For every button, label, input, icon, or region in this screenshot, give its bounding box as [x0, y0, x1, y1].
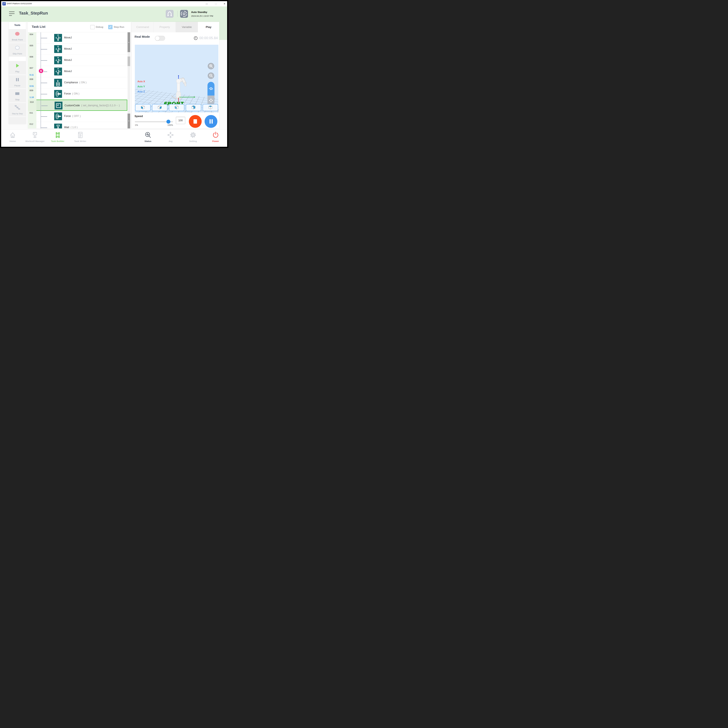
zoom-in-icon — [209, 64, 213, 68]
maximize-button[interactable]: ▢ — [214, 2, 218, 6]
task-row-selected[interactable]: 010 CustomCode( set_damping_factor([1.0,… — [28, 99, 127, 111]
row-number: 008 — [29, 78, 33, 80]
robot-gripper-button[interactable] — [166, 10, 174, 18]
nav-home-label: Home — [9, 140, 17, 142]
nav-setting[interactable]: Setting — [189, 132, 197, 142]
header-band-extension — [219, 22, 227, 40]
skip-point-button[interactable]: Skip Point — [9, 43, 26, 57]
task-row[interactable]: 011 Force( OFF ) — [28, 111, 127, 122]
nav-jog[interactable]: Jog — [167, 132, 174, 142]
servo-state-button[interactable] — [180, 10, 188, 18]
scroll-thumb[interactable] — [127, 57, 130, 66]
app-window: D DART-Platform GV02110200 — ▢ ✕ Task_St… — [1, 1, 227, 147]
row-number: 006 — [29, 55, 33, 58]
timer: 00:00:05.84 — [194, 36, 218, 40]
axis-x-label: Axis X — [138, 80, 145, 83]
tab-play[interactable]: Play — [198, 22, 219, 32]
cube-front-icon — [140, 105, 145, 110]
hamburger-menu-icon[interactable] — [9, 11, 15, 17]
nav-status[interactable]: Status — [144, 132, 152, 142]
view-control-pill — [208, 82, 214, 106]
cube-right-icon — [157, 105, 162, 110]
view-back-button[interactable] — [186, 104, 201, 111]
3d-viewer[interactable]: Axis X Axis Y Axis Z FRONT — [135, 45, 219, 112]
pause-label: Pause — [9, 84, 26, 87]
rotate-view-button[interactable] — [208, 82, 214, 95]
scroll-down-button[interactable]: ▼ — [127, 113, 130, 128]
task-row[interactable]: 006 J MoveJ — [28, 55, 127, 66]
nav-power[interactable]: Power — [212, 132, 219, 142]
power-icon — [212, 132, 219, 138]
nav-home[interactable]: Home — [9, 132, 17, 142]
cube-left-icon — [174, 105, 179, 110]
row-time: 0.11 — [29, 73, 34, 76]
row-time: 0.51 — [29, 85, 34, 87]
zoom-out-button[interactable] — [208, 72, 214, 79]
page-title: Task_StepRun — [19, 11, 48, 15]
view-front-button[interactable] — [135, 104, 151, 111]
datetime-label: 2024.04.25 1:10:07 PM — [191, 15, 213, 17]
pan-view-button[interactable] — [208, 95, 214, 106]
command-name: Force( ON ) — [64, 92, 80, 95]
pause-tool-button[interactable]: Pause — [9, 75, 26, 89]
bottom-navigation: Home Workcell Manager Task Builder Task … — [1, 130, 227, 147]
nav-workcell-manager[interactable]: Workcell Manager — [25, 132, 44, 142]
task-scrollbar[interactable]: ▲ ▼ — [127, 32, 130, 128]
debug-checkbox[interactable] — [90, 25, 95, 29]
task-row[interactable]: 009 1.10 Force( ON ) — [28, 89, 127, 99]
dart-logo-icon: D — [3, 2, 6, 5]
speed-value-input[interactable] — [176, 117, 185, 124]
tab-property[interactable]: Property — [154, 22, 176, 32]
force-icon — [54, 112, 62, 120]
view-right-button[interactable] — [152, 104, 167, 111]
setting-icon — [189, 132, 197, 138]
nav-task-writer[interactable]: Task Writer — [74, 132, 86, 142]
jog-icon — [167, 132, 174, 138]
axis-z-label: Axis Z — [138, 90, 145, 93]
speed-slider-knob[interactable] — [167, 120, 170, 124]
tab-variable[interactable]: Variable — [176, 22, 198, 32]
tools-filler — [9, 117, 26, 124]
step-by-step-icon — [14, 105, 21, 110]
stop-tool-button[interactable]: Stop — [9, 89, 26, 102]
pause-icon — [14, 77, 21, 83]
step-run-checkbox[interactable]: ✓ — [108, 25, 113, 29]
tab-command[interactable]: Command — [132, 22, 154, 32]
real-mode-toggle[interactable] — [155, 36, 165, 41]
cube-top-icon — [208, 105, 213, 110]
timer-value: 00:00:05.84 — [199, 36, 218, 40]
pan-3d-icon — [209, 98, 213, 103]
close-button[interactable]: ✕ — [222, 2, 227, 6]
pause-run-button[interactable] — [205, 115, 217, 128]
movej-icon: J — [54, 34, 62, 42]
play-tool-button[interactable]: Play — [9, 61, 26, 75]
compliance-icon — [54, 79, 62, 87]
speed-label: Speed — [135, 115, 143, 118]
task-list-header: Task List Debug ✓ Step Run — [28, 22, 131, 32]
movej-icon: J — [54, 67, 62, 75]
task-writer-icon — [76, 132, 84, 138]
tools-panel: Tools Break Point Skip Point Play Pause — [9, 22, 26, 124]
task-row[interactable]: 004 J MoveJ — [28, 32, 127, 44]
row-number: 007 — [29, 67, 33, 69]
movej-icon: J — [54, 45, 62, 53]
breakpoint-label: Break Point — [9, 38, 26, 41]
scroll-up-button[interactable]: ▲ — [127, 32, 130, 52]
breakpoint-button[interactable]: Break Point — [9, 29, 26, 43]
nav-task-builder[interactable]: Task Builder — [51, 132, 64, 142]
pause-circle-icon — [210, 119, 211, 124]
minimize-button[interactable]: — — [205, 2, 209, 6]
play-icon — [14, 63, 21, 69]
zoom-in-button[interactable] — [208, 63, 214, 69]
view-left-button[interactable] — [169, 104, 184, 111]
task-row[interactable]: 012 Wait( 1.0 ) — [28, 122, 127, 128]
step-by-step-button[interactable]: Step by Step — [9, 103, 26, 116]
robot-state-label: Auto Standby — [191, 11, 207, 14]
view-top-button[interactable] — [203, 104, 218, 111]
debug-label: Debug — [96, 26, 103, 28]
task-row[interactable]: 008 0.51 Compliance( ON ) — [28, 77, 127, 89]
stop-run-button[interactable] — [189, 115, 202, 128]
window-title: DART-Platform GV02110200 — [7, 3, 32, 5]
task-row[interactable]: 005 J MoveJ — [28, 44, 127, 55]
task-list-panel: Task List Debug ✓ Step Run 004 J MoveJ 0… — [28, 22, 131, 128]
